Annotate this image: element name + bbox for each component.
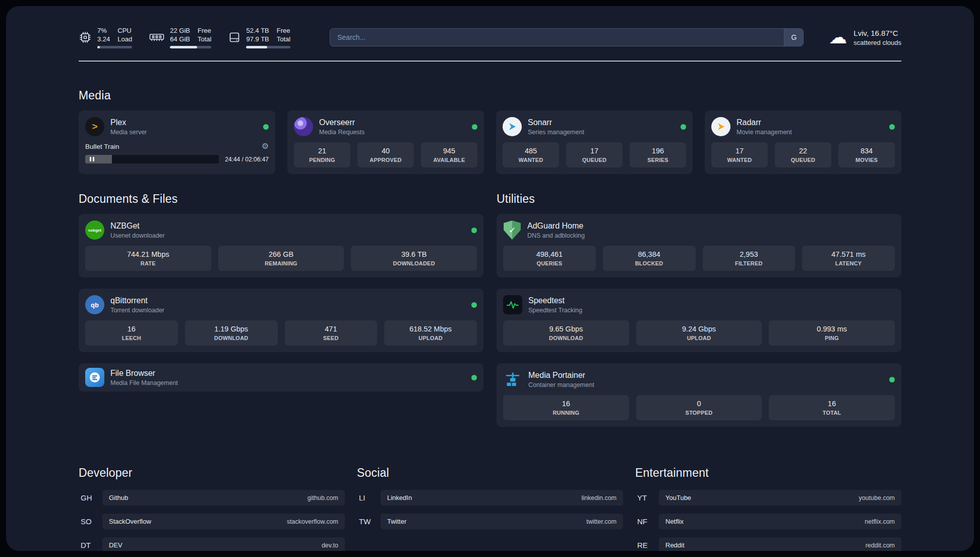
bookmark-stackoverflow[interactable]: SO StackOverflow stackoverflow.com (79, 514, 345, 529)
header-divider (79, 61, 901, 62)
stat-tile: 9.65 Gbps DOWNLOAD (503, 320, 629, 346)
media-section-title: Media (79, 89, 901, 102)
disk-label-total: Total (277, 35, 290, 43)
dashboard: 7% 3.24 CPU Load (6, 6, 974, 551)
radarr-card[interactable]: Radarr Movie management 17 WANTED 22 QUE… (705, 110, 901, 174)
utilities-section: Utilities ✓ AdGuard Home DNS and adblock… (497, 192, 901, 427)
stat-tile: 17 WANTED (711, 142, 768, 168)
status-dot (889, 124, 895, 130)
ram-meter (170, 46, 211, 48)
bookmark-name: YouTube (665, 494, 691, 502)
stat-tile: 40 APPROVED (357, 142, 414, 168)
status-dot (681, 124, 686, 130)
portainer-card[interactable]: Media Portainer Container management 16 … (497, 363, 901, 427)
adguard-icon: ✓ (503, 220, 521, 240)
documents-section-title: Documents & Files (79, 192, 483, 206)
service-name: AdGuard Home (527, 221, 585, 231)
bookmark-github[interactable]: GH Github github.com (79, 490, 345, 506)
ram-label-free: Free (198, 26, 211, 35)
ram-values: 22 GiB 64 GiB (170, 26, 190, 43)
qbittorrent-card[interactable]: qb qBittorrent Torrent downloader 16 LEE… (79, 289, 483, 352)
service-desc: DNS and adblocking (527, 232, 585, 239)
portainer-icon (503, 370, 522, 389)
developer-group-title: Developer (79, 466, 345, 480)
filebrowser-card[interactable]: File Browser Media File Management (79, 363, 483, 392)
overseerr-icon (294, 117, 313, 136)
nzbget-card[interactable]: nzbget NZBGet Usenet downloader 744.21 M… (79, 214, 483, 277)
cpu-label-bottom: Load (117, 35, 132, 43)
speedtest-card[interactable]: Speedtest Speedtest Tracking 9.65 Gbps D… (497, 289, 901, 352)
bookmark-twitter[interactable]: TW Twitter twitter.com (357, 514, 623, 529)
nzbget-icon: nzbget (85, 220, 104, 240)
stat-tile: 0 STOPPED (636, 395, 762, 420)
gear-icon[interactable]: ⚙ (262, 142, 269, 150)
bookmark-netflix[interactable]: NF Netflix netflix.com (635, 514, 901, 529)
service-name: Radarr (737, 118, 792, 127)
bookmark-name: Reddit (665, 541, 685, 549)
stat-tile: 86,384 BLOCKED (603, 246, 696, 271)
plex-card[interactable]: > Plex Media server Bullet Train ⚙ (79, 110, 275, 174)
service-desc: Media File Management (110, 379, 178, 386)
disk-free: 52.4 TB (246, 26, 269, 35)
bookmark-abbr: DT (79, 541, 102, 549)
stat-tile: 471 SEED (285, 320, 378, 346)
pause-icon[interactable] (90, 155, 94, 163)
social-group-title: Social (357, 466, 623, 480)
service-name: Overseerr (319, 118, 364, 127)
cloud-icon: ☁ (829, 28, 847, 46)
service-name: qBittorrent (110, 296, 164, 305)
bookmark-name: Netflix (665, 518, 684, 525)
bookmark-group-entertainment: Entertainment YT YouTube youtube.com NF … (635, 466, 901, 551)
service-desc: Container management (528, 381, 594, 388)
bookmark-name: DEV (109, 541, 122, 549)
cpu-icon (79, 31, 92, 44)
service-name: NZBGet (110, 221, 165, 231)
stat-tile: 834 MOVIES (838, 142, 895, 168)
documents-section: Documents & Files nzbget NZBGet Usenet d… (79, 192, 483, 392)
sonarr-card[interactable]: Sonarr Series management 485 WANTED 17 Q… (496, 110, 693, 174)
search-bar: G (330, 28, 804, 46)
media-section: Media > Plex Media server Bullet Train ⚙ (79, 89, 901, 174)
disk-widget: 52.4 TB 97.9 TB Free Total (228, 26, 290, 48)
search-input[interactable] (330, 29, 784, 46)
bookmark-url: twitter.com (586, 518, 617, 525)
stat-tile: 485 WANTED (503, 142, 559, 168)
service-desc: Media server (110, 129, 147, 136)
bookmark-youtube[interactable]: YT YouTube youtube.com (635, 490, 901, 506)
service-name: Media Portainer (528, 371, 594, 380)
stat-tile: 16 LEECH (85, 320, 178, 346)
bookmark-reddit[interactable]: RE Reddit reddit.com (635, 537, 901, 551)
bookmark-abbr: GH (79, 493, 102, 502)
search-provider-button[interactable]: G (784, 29, 803, 46)
bookmark-dev[interactable]: DT DEV dev.to (79, 537, 345, 551)
service-desc: Media Requests (319, 129, 364, 136)
radarr-icon (711, 117, 730, 136)
status-dot (889, 377, 895, 382)
entertainment-group-title: Entertainment (635, 466, 901, 480)
bookmark-abbr: SO (79, 517, 102, 526)
service-name: File Browser (110, 369, 178, 378)
weather-widget[interactable]: ☁ Lviv, 16.87°C scattered clouds (829, 28, 901, 46)
bookmark-linkedin[interactable]: LI LinkedIn linkedin.com (357, 490, 623, 506)
disk-total: 97.9 TB (246, 35, 269, 43)
disk-icon (228, 31, 240, 43)
ram-label-total: Total (198, 35, 211, 43)
status-dot (471, 228, 477, 233)
stat-tile: 0.993 ms PING (769, 320, 895, 346)
disk-values: 52.4 TB 97.9 TB (246, 26, 269, 43)
service-name: Plex (110, 118, 147, 127)
adguard-card[interactable]: ✓ AdGuard Home DNS and adblocking 498,46… (497, 214, 901, 277)
stat-tile: 22 QUEUED (775, 142, 831, 168)
bookmark-abbr: RE (635, 541, 659, 549)
cpu-percent: 7% (97, 26, 110, 35)
service-name: Sonarr (528, 118, 584, 127)
stat-tile: 16 RUNNING (503, 395, 629, 420)
stat-tile: 618.52 Mbps UPLOAD (384, 320, 477, 346)
disk-meter (246, 46, 290, 48)
overseerr-card[interactable]: Overseerr Media Requests 21 PENDING 40 A… (287, 110, 484, 174)
stat-tile: 16 TOTAL (769, 395, 895, 420)
service-desc: Usenet downloader (110, 232, 165, 239)
weather-location: Lviv, 16.87°C (853, 29, 901, 37)
playback-time: 24:44 / 02:06:47 (225, 156, 269, 163)
utilities-section-title: Utilities (497, 192, 901, 206)
